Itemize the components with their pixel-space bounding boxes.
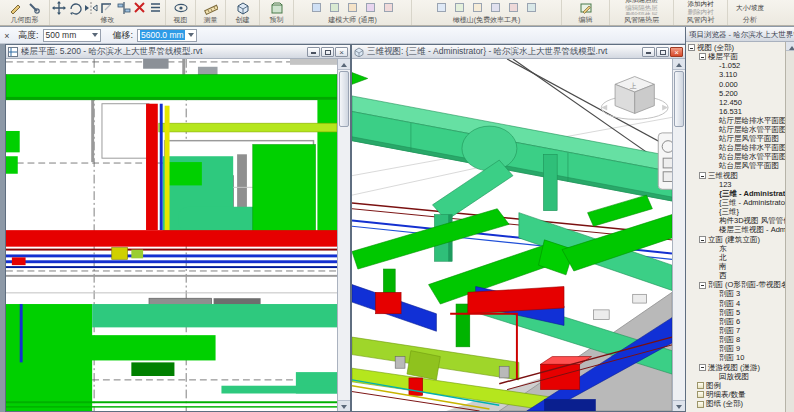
scroll-up-icon[interactable] [786,42,794,51]
navigation-bar[interactable] [658,133,672,189]
height-dropdown[interactable]: 500 mm [43,29,101,42]
plugin-tool-icon[interactable] [524,0,540,15]
edit-geometry-icon[interactable] [8,0,24,15]
tree-item[interactable]: 剖面 10 [686,354,785,363]
viewcube[interactable]: 上 [601,77,668,120]
tree-item[interactable]: 站厅层风管平面图 [686,134,785,143]
collapse-icon[interactable] [688,44,695,51]
remove-lining-button[interactable]: 删除内衬 [688,9,714,15]
close-icon[interactable]: × [670,47,683,57]
tree-item[interactable]: 剖面 3 [686,290,785,299]
plugin-tool-icon[interactable] [452,0,468,15]
minimize-icon[interactable] [642,47,655,57]
tree-item[interactable]: 东 [686,244,785,253]
tree-item[interactable]: 0.000 [686,80,785,89]
scroll-thumb[interactable] [339,71,349,127]
tree-item[interactable]: 12.450 [686,98,785,107]
tree-item[interactable]: 回放视图 [686,372,785,381]
plan-window-titlebar[interactable]: 楼层平面: 5.200 - 哈尔滨水上大世界管线模型.rvt × [6,45,350,59]
plugin-tool-icon[interactable] [506,0,522,15]
zoom-tool-icon[interactable] [663,158,672,168]
tree-item[interactable]: 123 [686,180,785,189]
close-icon[interactable]: × [335,47,348,57]
offset-input[interactable]: 5600.0 mm [137,29,197,42]
view-icon[interactable] [173,0,189,15]
scroll-thumb[interactable] [674,71,684,127]
tree-item[interactable]: 剖面 6 [686,317,785,326]
tree-item[interactable]: 站台层给排水平面图 [686,144,785,153]
plugin-tool-icon[interactable] [381,0,397,15]
project-browser-titlebar[interactable]: 项目浏览器 - 哈尔滨水上大世界管... [686,27,794,42]
collapse-icon[interactable] [699,282,706,289]
add-insulation-button[interactable]: 添加隔热层 [625,0,658,3]
tree-item[interactable]: 立面 (建筑立面) [686,235,785,244]
size-slope-button[interactable]: 大小/坡度 [736,5,764,11]
tree-item[interactable]: 站台层给水管平面图 [686,153,785,162]
plugin-tool-icon[interactable] [470,0,486,15]
tree-item[interactable]: 视图 (全部) [686,43,785,52]
mirror-icon[interactable] [84,0,98,15]
tree-item[interactable]: {三维 - Administrator}1 [686,198,785,207]
tree-item[interactable]: 站厅层给水管平面图 [686,125,785,134]
collapse-icon[interactable] [699,172,706,179]
tree-item[interactable]: 剖面 8 [686,336,785,345]
tree-item[interactable]: -1.052 [686,61,785,70]
plugin-tool-icon[interactable] [434,0,450,15]
tree-item[interactable]: 3.110 [686,70,785,79]
tree-item[interactable]: 北 [686,253,785,262]
tree-item[interactable]: 剖面 4 [686,299,785,308]
tree-item[interactable]: 图纸 (全部) [686,399,785,408]
restore-icon[interactable] [656,47,669,57]
panel-close-icon[interactable]: × [2,31,12,41]
collapse-icon[interactable] [699,236,706,243]
collapse-icon[interactable] [699,53,706,60]
tree-item[interactable]: 明细表/数量 [686,390,785,399]
plugin-tool-icon[interactable] [345,0,361,15]
view3d-window-titlebar[interactable]: 三维视图: {三维 - Administrator} - 哈尔滨水上大世界管线模… [352,45,685,59]
tree-item[interactable]: 剖面 (O形剖面-带视图名称) [686,281,785,290]
create-box-icon[interactable] [235,0,251,15]
tree-item[interactable]: 5.200 [686,89,785,98]
scroll-down-icon[interactable] [673,400,685,411]
plan-canvas[interactable] [6,59,337,411]
scroll-down-icon[interactable] [338,400,350,411]
tree-item[interactable]: 剖面 5 [686,308,785,317]
tree-item[interactable]: {三维} [686,208,785,217]
align-icon[interactable] [117,0,131,15]
tree-item[interactable]: 三维视图 [686,171,785,180]
plan-vertical-scrollbar[interactable] [337,59,350,411]
tree-item[interactable]: 构件3D视图 风管管件 1 etc [686,217,785,226]
prefab-icon[interactable] [269,0,285,15]
plugin-tool-icon[interactable] [363,0,379,15]
delete-icon[interactable] [133,0,147,15]
plugin-tool-icon[interactable] [488,0,504,15]
tree-item[interactable]: 楼层平面 [686,52,785,61]
restore-icon[interactable] [321,47,334,57]
pick-tool-icon[interactable] [26,0,42,15]
match-properties-icon[interactable] [149,0,163,15]
tree-item[interactable]: {三维 - Administrator} [686,189,785,198]
collapse-icon[interactable] [699,364,706,371]
tree-item[interactable]: 站厅层给排水平面图 [686,116,785,125]
tree-item[interactable]: 南 [686,262,785,271]
tree-item[interactable]: 漫游视图 (漫游) [686,363,785,372]
plugin-tool-icon[interactable] [327,0,343,15]
move-icon[interactable] [52,0,66,15]
add-lining-button[interactable]: 添加内衬 [688,1,714,7]
browser-scrollbar[interactable] [785,42,794,412]
rotate-icon[interactable] [68,0,82,15]
view3d-vertical-scrollbar[interactable] [672,59,685,411]
plugin-tool-icon[interactable] [309,0,325,15]
tree-item[interactable]: 西 [686,272,785,281]
tree-item[interactable]: 剖面 7 [686,326,785,335]
edit-duct-icon[interactable] [578,0,594,15]
plan-view-window[interactable]: 楼层平面: 5.200 - 哈尔滨水上大世界管线模型.rvt × [5,44,351,412]
scroll-up-icon[interactable] [673,59,685,70]
tree-item[interactable]: 图例 [686,381,785,390]
view3d-canvas[interactable]: 上 [352,59,672,411]
tree-item[interactable]: 楼层三维视图 - Administra... [686,226,785,235]
measure-icon[interactable] [203,0,219,15]
scroll-up-icon[interactable] [338,59,350,70]
tree-item[interactable]: 剖面 9 [686,345,785,354]
orbit-tool-icon[interactable] [663,172,672,182]
